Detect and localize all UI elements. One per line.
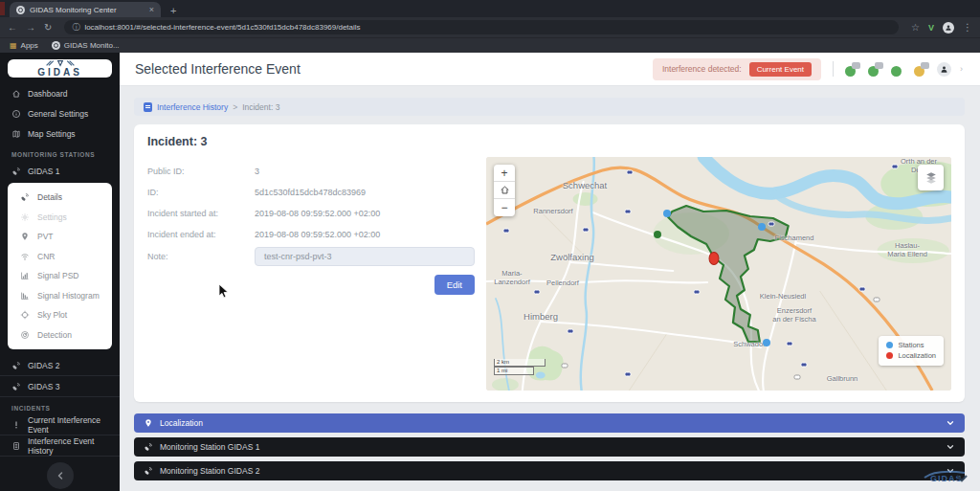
road-badge	[874, 298, 880, 302]
browser-menu-icon[interactable]: ⋮	[963, 23, 972, 33]
sidebar-item[interactable]: Map Settings	[0, 123, 120, 144]
map-town-label: Klein-Neusiedl	[760, 293, 806, 301]
tab-title: GIDAS Monitoring Center	[30, 6, 145, 14]
status-icon[interactable]	[937, 62, 952, 77]
zoom-out-button[interactable]: −	[494, 199, 515, 216]
station-submenu: Details Settings PVT CNR Signal PSD Sign…	[8, 183, 112, 349]
apps-grid-icon: ▦	[10, 41, 17, 50]
sidebar-item[interactable]: Current Interference Event	[0, 414, 120, 435]
sidebar-item-label: Map Settings	[28, 129, 76, 139]
submenu-item-icon	[20, 291, 30, 301]
sidebar-item-icon	[11, 382, 21, 391]
form-row: Incident started at: 2019-08-08 09:59:52…	[147, 203, 475, 224]
tab-close-icon[interactable]: ×	[149, 5, 154, 14]
submenu-item[interactable]: Signal Histogram	[8, 286, 112, 306]
bookmarks-bar: ▦ Apps GIDAS Monito...	[0, 37, 980, 53]
field-value: 2019-08-08 09:59:52.000 +02:00	[255, 209, 380, 218]
map-town-label: Zwölfaxing	[550, 253, 593, 263]
map-town-label: Himberg	[523, 312, 558, 323]
accordion-bar[interactable]: Monitoring Station GIDAS 1	[134, 437, 965, 457]
browser-tab[interactable]: GIDAS Monitoring Center ×	[10, 2, 161, 17]
map-layers-button[interactable]	[918, 165, 944, 190]
submenu-item-label: Sky Plot	[37, 310, 67, 320]
map-home-button[interactable]	[494, 182, 515, 199]
chevron-down-icon[interactable]	[946, 466, 955, 476]
submenu-item-label: Settings	[37, 212, 67, 222]
incident-card: Incident: 3 Public ID: 3 ID: 5d1c530fd15…	[134, 124, 965, 402]
chevron-down-icon[interactable]	[946, 418, 955, 428]
status-dot	[891, 66, 902, 77]
site-info-icon[interactable]: ⓘ	[72, 22, 79, 33]
form-row: ID: 5d1c530fd15dcb478dc83969	[147, 182, 475, 203]
sidebar-item-icon	[11, 441, 21, 451]
field-value: 5d1c530fd15dcb478dc83969	[255, 188, 366, 197]
map[interactable]: SchwechatRannersdorfZwölfaxingMaria-Lanz…	[486, 157, 951, 391]
browser-window: GIDAS Monitoring Center × + ← → ↻ ⓘ loca…	[0, 0, 980, 491]
field-label: ID:	[147, 188, 255, 197]
submenu-item-icon	[20, 271, 30, 280]
note-input[interactable]: test-cnr-psd-pvt-3	[255, 247, 475, 266]
status-icon[interactable]	[914, 62, 929, 77]
address-bar[interactable]: ⓘ localhost:8001/#/selected-interference…	[64, 20, 899, 34]
reload-icon[interactable]: ↻	[44, 23, 52, 33]
localization-marker[interactable]	[709, 252, 720, 265]
submenu-item[interactable]: Details	[8, 188, 112, 208]
extension-icon[interactable]: V	[928, 23, 934, 33]
breadcrumb-link-history[interactable]: Interference History	[157, 102, 228, 112]
home-icon	[500, 185, 510, 195]
current-event-button[interactable]: Current Event	[749, 62, 812, 77]
submenu-item[interactable]: PVT	[8, 227, 112, 247]
sidebar-item[interactable]: GIDAS 1	[0, 161, 120, 181]
status-icon[interactable]	[868, 62, 883, 77]
submenu-item-label: Signal Histogram	[37, 291, 100, 301]
accordion-icon	[144, 442, 153, 452]
submenu-item-icon	[20, 252, 30, 261]
submenu-item-icon	[20, 232, 30, 241]
station-marker-green[interactable]	[654, 231, 661, 238]
gidas-favicon	[16, 6, 25, 14]
sidebar-item[interactable]: Dashboard	[0, 83, 120, 103]
gidas-favicon	[52, 41, 60, 50]
chevron-left-icon	[55, 470, 66, 481]
sidebar-item-icon	[11, 129, 21, 139]
chevron-right-icon[interactable]: ›	[960, 64, 963, 74]
forward-icon[interactable]: →	[26, 23, 35, 33]
station-marker[interactable]	[663, 210, 671, 217]
sidebar-item[interactable]: GIDAS 2	[0, 355, 120, 376]
road-badge	[787, 342, 793, 346]
bookmark-apps[interactable]: ▦ Apps	[10, 41, 38, 50]
road-badge	[583, 228, 590, 233]
back-icon[interactable]: ←	[8, 23, 17, 33]
sidebar-item[interactable]: GIDAS 3	[0, 376, 120, 397]
field-value: 2019-08-08 09:59:52.000 +02:00	[255, 230, 380, 239]
sidebar-collapse-button[interactable]	[47, 462, 74, 489]
gidas-logo[interactable]: GIDAS	[8, 59, 112, 78]
browser-profile-icon[interactable]	[943, 22, 954, 33]
edit-button[interactable]: Edit	[434, 275, 475, 295]
status-icon[interactable]	[891, 62, 906, 77]
new-tab-button[interactable]: +	[170, 4, 176, 17]
accordion-bar[interactable]: Monitoring Station GIDAS 2	[134, 461, 965, 480]
chevron-down-icon[interactable]	[946, 442, 955, 452]
sidebar-item[interactable]: General Settings	[0, 103, 120, 123]
url-text: localhost:8001/#/selected-interference-e…	[84, 23, 360, 32]
sidebar-item-icon	[11, 420, 21, 430]
station-marker[interactable]	[763, 339, 770, 346]
submenu-item[interactable]: Settings	[8, 208, 112, 228]
zoom-in-button[interactable]: +	[494, 165, 515, 182]
accordion-bar[interactable]: Localization	[134, 413, 965, 433]
submenu-item[interactable]: Sky Plot	[8, 305, 112, 325]
road-badge	[625, 210, 632, 214]
status-icon[interactable]	[845, 62, 860, 77]
sidebar-item[interactable]: Interference Event History	[0, 435, 120, 457]
submenu-item-label: Detection	[37, 330, 72, 340]
station-marker[interactable]	[758, 223, 766, 231]
submenu-item-label: Signal PSD	[37, 271, 78, 280]
bookmark-star-icon[interactable]: ☆	[911, 23, 920, 33]
submenu-item[interactable]: Signal PSD	[8, 266, 112, 286]
bookmark-gidas[interactable]: GIDAS Monito...	[52, 41, 120, 50]
sidebar: GIDAS Dashboard General Settings Map Set…	[0, 53, 120, 491]
sidebar-item-icon	[11, 167, 21, 176]
submenu-item[interactable]: Detection	[8, 325, 112, 346]
submenu-item[interactable]: CNR	[8, 247, 112, 267]
